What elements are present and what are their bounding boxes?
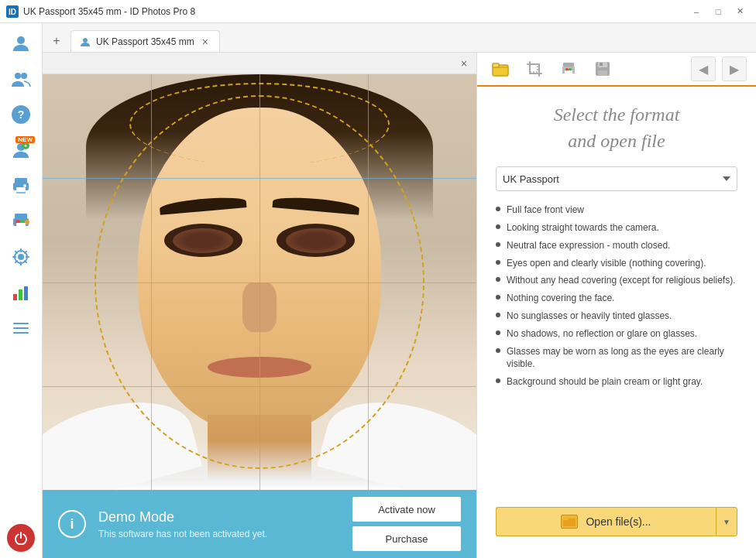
svg-rect-38	[565, 70, 572, 74]
photo-container	[43, 74, 476, 490]
sidebar-item-chart[interactable]	[4, 276, 38, 310]
window-title: UK Passport 35x45 mm - ID Photos Pro 8	[23, 6, 686, 17]
req-text-4: Eyes open and clearly visible (nothing c…	[507, 257, 706, 270]
activate-now-button[interactable]: Activate now	[352, 497, 461, 522]
tab-uk-passport[interactable]: UK Passport 35x45 mm ×	[70, 30, 220, 52]
forward-button[interactable]: ▶	[722, 56, 747, 81]
req-item-6: Nothing covering the face.	[496, 292, 737, 305]
req-bullet-3	[496, 242, 500, 247]
demo-subtitle: This software has not been activated yet…	[98, 529, 340, 539]
sidebar-item-new-photo[interactable]: + NEW	[4, 133, 38, 167]
svg-rect-44	[563, 517, 568, 520]
svg-text:ID: ID	[9, 8, 16, 16]
sidebar-item-list[interactable]	[4, 311, 38, 345]
svg-rect-29	[13, 332, 29, 334]
right-content: Select the format and open file UK Passp…	[477, 87, 756, 558]
crop-button[interactable]	[521, 55, 548, 83]
open-files-label: Open file(s)...	[586, 515, 651, 528]
toolbar: ◀ ▶	[477, 53, 756, 87]
add-tab-button[interactable]: +	[46, 30, 67, 52]
tab-bar: + UK Passport 35x45 mm ×	[43, 23, 756, 53]
close-button[interactable]: ✕	[730, 4, 750, 19]
open-files-button[interactable]: Open file(s)...	[496, 507, 716, 536]
save-button[interactable]	[589, 55, 617, 83]
tab-icon	[79, 36, 91, 48]
power-button[interactable]	[7, 524, 35, 552]
title-bar: ID UK Passport 35x45 mm - ID Photos Pro …	[0, 0, 756, 23]
req-bullet-8	[496, 330, 500, 335]
req-item-10: Background should be plain cream or ligh…	[496, 375, 737, 389]
svg-rect-20	[16, 223, 26, 228]
demo-info-icon: i	[58, 510, 86, 538]
open-files-icon	[561, 515, 578, 529]
photo-close-bar: ×	[43, 53, 476, 74]
svg-point-4	[21, 73, 27, 79]
print-color-button[interactable]	[555, 55, 582, 83]
svg-point-3	[15, 73, 21, 79]
req-bullet-10	[496, 378, 500, 383]
content-area: + UK Passport 35x45 mm × ×	[43, 23, 756, 558]
req-bullet-2	[496, 224, 500, 229]
svg-point-30	[83, 38, 88, 43]
photo-area: ×	[43, 53, 476, 558]
req-bullet-9	[496, 348, 500, 353]
sidebar-item-single-photo[interactable]	[4, 26, 38, 60]
sidebar-item-help[interactable]: ?	[4, 98, 38, 132]
open-btn-wrap: Open file(s)... ▼	[496, 507, 737, 543]
req-item-7: No sunglasses or heavily tinted glasses.	[496, 310, 737, 323]
svg-rect-13	[16, 187, 26, 192]
open-files-dropdown[interactable]: ▼	[716, 507, 737, 536]
svg-point-23	[19, 255, 23, 259]
req-text-9: Glasses may be worn as long as the eyes …	[507, 345, 737, 371]
right-panel: ◀ ▶ Select the format and open file UK P…	[476, 53, 756, 558]
req-text-8: No shadows, no reflection or glare on gl…	[507, 327, 697, 341]
req-text-5: Without any head covering (except for re…	[507, 274, 735, 287]
demo-text: Demo Mode This software has not been act…	[98, 509, 340, 539]
svg-rect-26	[24, 286, 28, 300]
sidebar-item-group-photo[interactable]	[4, 62, 38, 96]
sidebar-item-color-print[interactable]	[4, 204, 38, 238]
req-bullet-7	[496, 313, 500, 317]
demo-bar: i Demo Mode This software has not been a…	[43, 490, 476, 558]
svg-rect-33	[530, 64, 538, 72]
face-simulation	[43, 74, 476, 490]
tab-close-button[interactable]: ×	[199, 36, 211, 48]
main-split: ×	[43, 53, 756, 558]
req-item-9: Glasses may be worn as long as the eyes …	[496, 345, 737, 371]
sidebar-item-print[interactable]	[4, 169, 38, 203]
app-icon: ID	[6, 5, 19, 18]
svg-point-2	[17, 36, 25, 44]
purchase-button[interactable]: Purchase	[352, 526, 461, 551]
demo-title: Demo Mode	[98, 509, 340, 525]
req-item-2: Looking straight towards the camera.	[496, 221, 737, 234]
svg-rect-42	[598, 70, 607, 76]
photo-panel-close[interactable]: ×	[456, 56, 472, 71]
requirements-list: Full face front view Looking straight to…	[496, 204, 737, 389]
format-select[interactable]: UK Passport US Passport EU Passport	[496, 166, 737, 191]
svg-rect-32	[493, 63, 499, 67]
req-item-3: Neutral face expression - mouth closed.	[496, 239, 737, 252]
req-text-6: Nothing covering the face.	[507, 292, 614, 305]
demo-buttons: Activate now Purchase	[352, 497, 461, 551]
sidebar-item-settings[interactable]	[4, 240, 38, 274]
back-button[interactable]: ◀	[691, 56, 716, 81]
req-text-2: Looking straight towards the camera.	[507, 221, 659, 234]
req-item-8: No shadows, no reflection or glare on gl…	[496, 327, 737, 341]
req-text-10: Background should be plain cream or ligh…	[507, 375, 703, 389]
app-body: ? + NEW	[0, 23, 756, 558]
maximize-button[interactable]: □	[708, 4, 728, 19]
req-bullet-1	[496, 207, 500, 211]
req-item-5: Without any head covering (except for re…	[496, 274, 737, 287]
window-controls: – □ ✕	[686, 4, 750, 19]
req-text-1: Full face front view	[507, 204, 584, 217]
sidebar: ? + NEW	[0, 23, 43, 558]
open-folder-button[interactable]	[486, 55, 514, 83]
minimize-button[interactable]: –	[686, 4, 706, 19]
svg-text:?: ?	[18, 108, 25, 121]
svg-rect-24	[13, 294, 17, 300]
svg-rect-25	[19, 289, 22, 300]
req-bullet-4	[496, 260, 500, 265]
req-bullet-5	[496, 277, 500, 282]
tab-label: UK Passport 35x45 mm	[96, 36, 194, 47]
new-badge: NEW	[15, 136, 35, 143]
